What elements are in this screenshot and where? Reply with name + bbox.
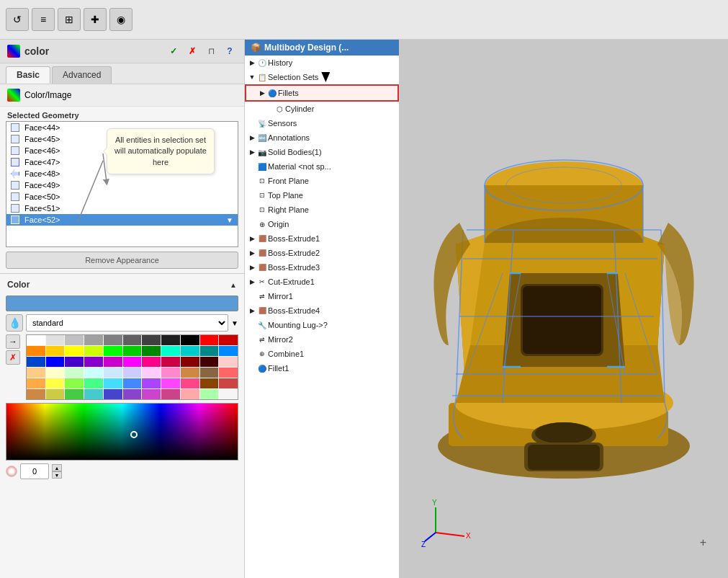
tree-item-solid-bodies[interactable]: ▶ 📷 Solid Bodies(1) bbox=[245, 145, 399, 159]
expand-icon[interactable]: ▼ bbox=[248, 73, 256, 81]
tree-item-selection-sets[interactable]: ▼ 📋 Selection Sets bbox=[245, 70, 399, 84]
swatch-cell[interactable] bbox=[46, 335, 65, 345]
swatch-cell[interactable] bbox=[46, 378, 65, 388]
swatch-cell[interactable] bbox=[84, 335, 103, 345]
color-spectrum[interactable] bbox=[6, 403, 238, 461]
tree-item-history[interactable]: ▶ 🕐 History bbox=[245, 55, 399, 70]
swatch-cell[interactable] bbox=[142, 335, 161, 345]
swatch-cell[interactable] bbox=[65, 346, 84, 356]
swatch-cell[interactable] bbox=[123, 357, 142, 367]
expand-icon[interactable]: ▶ bbox=[248, 306, 256, 315]
swatch-cell[interactable] bbox=[84, 357, 103, 367]
swatch-cell[interactable] bbox=[161, 389, 180, 399]
tree-item-cut-extrude1[interactable]: ▶ ✂ Cut-Extrude1 bbox=[245, 275, 399, 289]
pin-button[interactable]: ⊓ bbox=[204, 44, 218, 58]
tree-item-boss-extrude3[interactable]: ▶ 🟫 Boss-Extrude3 bbox=[245, 260, 399, 275]
color-scheme-select[interactable]: standard bbox=[26, 314, 228, 332]
toolbar-btn-add[interactable]: ✚ bbox=[84, 8, 107, 31]
swatch-cell[interactable] bbox=[84, 378, 103, 388]
tree-item-boss-extrude4[interactable]: ▶ 🟫 Boss-Extrude4 bbox=[245, 303, 399, 318]
swatch-cell[interactable] bbox=[27, 346, 45, 356]
color-section-collapse[interactable]: ▲ bbox=[230, 281, 237, 289]
swatch-cell[interactable] bbox=[200, 368, 219, 378]
hue-up-button[interactable]: ▲ bbox=[52, 464, 62, 471]
swatch-cell[interactable] bbox=[27, 368, 45, 378]
toolbar-btn-undo[interactable]: ↺ bbox=[6, 8, 29, 31]
tree-item-mirror2[interactable]: ▶ ⇌ Mirror2 bbox=[245, 332, 399, 347]
expand-icon[interactable]: ▶ bbox=[248, 58, 256, 67]
swatch-cell[interactable] bbox=[65, 389, 84, 399]
tree-item-top-plane[interactable]: ▶ ⊡ Top Plane bbox=[245, 188, 399, 203]
swatch-cell[interactable] bbox=[104, 368, 122, 378]
swatch-cell[interactable] bbox=[123, 389, 142, 399]
swatch-cell[interactable] bbox=[104, 335, 122, 345]
swatch-cell[interactable] bbox=[181, 368, 199, 378]
expand-icon[interactable]: ▶ bbox=[248, 263, 256, 272]
swatch-cell[interactable] bbox=[104, 346, 122, 356]
expand-icon[interactable]: ▶ bbox=[248, 249, 256, 257]
swatch-cell[interactable] bbox=[46, 368, 65, 378]
swatch-cell[interactable] bbox=[200, 357, 219, 367]
swatch-cell[interactable] bbox=[181, 335, 199, 345]
swatch-cell[interactable] bbox=[27, 389, 45, 399]
swatch-cell[interactable] bbox=[219, 368, 238, 378]
hue-down-button[interactable]: ▼ bbox=[52, 471, 62, 479]
swatch-cell[interactable] bbox=[181, 389, 199, 399]
swatch-cell[interactable] bbox=[200, 335, 219, 345]
swatch-cell[interactable] bbox=[123, 378, 142, 388]
swatch-cell[interactable] bbox=[181, 346, 199, 356]
swatch-cell[interactable] bbox=[142, 346, 161, 356]
toolbar-btn-grid[interactable]: ⊞ bbox=[58, 8, 81, 31]
tree-item-cylinder[interactable]: ▶ ⬡ Cylinder bbox=[245, 102, 399, 116]
list-item-selected[interactable]: Face<52> ▼ bbox=[6, 214, 238, 226]
swatch-cell[interactable] bbox=[84, 368, 103, 378]
list-item[interactable]: Face<49> bbox=[6, 179, 238, 191]
list-item[interactable]: Face<51> bbox=[6, 203, 238, 214]
swatch-cell[interactable] bbox=[142, 389, 161, 399]
swatch-cell[interactable] bbox=[27, 335, 45, 345]
color-image-section[interactable]: Color/Image bbox=[0, 84, 244, 107]
swatch-cell[interactable] bbox=[161, 357, 180, 367]
eyedropper-button[interactable]: 💧 bbox=[6, 314, 23, 332]
swatch-cell[interactable] bbox=[46, 389, 65, 399]
expand-icon[interactable]: ▶ bbox=[248, 148, 256, 156]
viewport-3d[interactable]: Y X Z + bbox=[400, 40, 728, 578]
tab-basic[interactable]: Basic bbox=[6, 66, 50, 84]
expand-icon[interactable]: ▶ bbox=[248, 234, 256, 243]
swatch-cell[interactable] bbox=[104, 378, 122, 388]
swatch-cell[interactable] bbox=[161, 346, 180, 356]
remove-appearance-button[interactable]: Remove Appearance bbox=[6, 252, 238, 269]
swatch-cell[interactable] bbox=[65, 378, 84, 388]
tree-item-sensors[interactable]: ▶ 📡 Sensors bbox=[245, 116, 399, 130]
tree-item-annotations[interactable]: ▶ 🔤 Annotations bbox=[245, 130, 399, 145]
tree-item-front-plane[interactable]: ▶ ⊡ Front Plane bbox=[245, 174, 399, 188]
toolbar-btn-list[interactable]: ≡ bbox=[32, 8, 55, 31]
swatch-cell[interactable] bbox=[181, 357, 199, 367]
tree-item-combine1[interactable]: ▶ ⊕ Combine1 bbox=[245, 347, 399, 361]
expand-icon[interactable]: ▶ bbox=[258, 89, 266, 97]
swatch-cell[interactable] bbox=[84, 346, 103, 356]
list-item[interactable]: Face<50> bbox=[6, 191, 238, 203]
swatch-cell[interactable] bbox=[46, 357, 65, 367]
swatch-cell[interactable] bbox=[27, 357, 45, 367]
swatch-cell[interactable] bbox=[46, 346, 65, 356]
swatch-cell[interactable] bbox=[142, 378, 161, 388]
swatch-cell[interactable] bbox=[142, 368, 161, 378]
tree-item-material[interactable]: ▶ 🟦 Material <not sp... bbox=[245, 159, 399, 174]
swatch-cell[interactable] bbox=[181, 378, 199, 388]
expand-icon[interactable]: ▶ bbox=[248, 277, 256, 286]
swatch-cell[interactable] bbox=[27, 378, 45, 388]
swatch-cell[interactable] bbox=[161, 378, 180, 388]
hue-value[interactable]: 0 bbox=[20, 463, 49, 479]
swatch-cell[interactable] bbox=[200, 389, 219, 399]
expand-icon[interactable]: ▶ bbox=[248, 133, 256, 142]
swatch-cell[interactable] bbox=[104, 389, 122, 399]
swatch-cell[interactable] bbox=[219, 378, 238, 388]
swatch-cell[interactable] bbox=[123, 346, 142, 356]
swatch-cell[interactable] bbox=[104, 357, 122, 367]
confirm-button[interactable]: ✓ bbox=[166, 44, 181, 58]
toolbar-btn-circle[interactable]: ◉ bbox=[109, 8, 132, 31]
swatch-cell[interactable] bbox=[161, 335, 180, 345]
swatch-cell[interactable] bbox=[161, 368, 180, 378]
swatch-cell[interactable] bbox=[219, 357, 238, 367]
